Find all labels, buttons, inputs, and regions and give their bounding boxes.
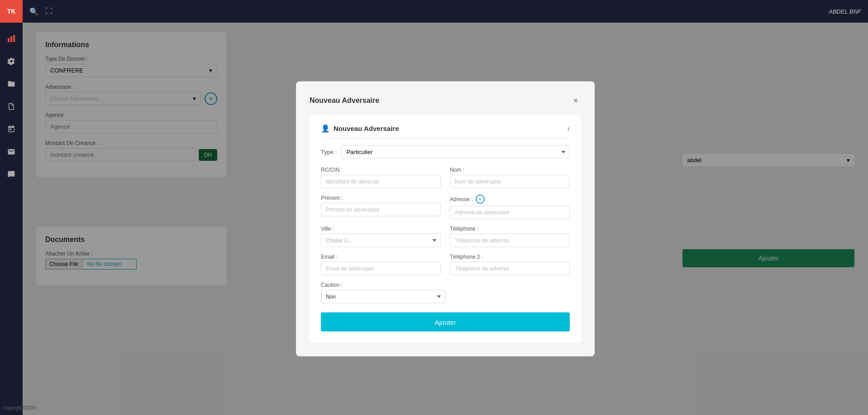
expand-icon[interactable]: ⛶ [45,7,52,15]
adresse-input[interactable] [450,206,570,219]
modal-inner-title-text: Nouveau Adversaire [334,125,399,132]
telephone-input[interactable] [450,234,570,247]
ville-field: Ville : Choisir U... [321,226,441,247]
app-logo: TK [0,0,23,23]
caution-section: Caution : Non Oui [321,282,570,304]
topbar: 🔍 ⛶ ABDEL BNF [23,0,868,23]
prenom-field: Prénom : [321,195,441,219]
form-grid: RC/CIN : Nom : Prénom : Adresse : [321,167,570,275]
email-label: Email : [321,254,441,260]
type-label: Type : [321,149,337,155]
type-row: Type : Particulier Société [321,145,570,159]
modal-back-button[interactable]: ‹ [568,124,570,132]
sidebar-item-folder[interactable] [2,75,20,93]
modal-close-button[interactable]: × [570,95,581,106]
telephone-label: Téléphone : [450,226,570,232]
caution-select-wrap: Non Oui [321,290,445,304]
telephone-field: Téléphone : [450,226,570,247]
svg-rect-1 [10,36,12,42]
sidebar-item-file[interactable] [2,97,20,116]
rc-cin-label: RC/CIN : [321,167,441,173]
type-select[interactable]: Particulier Société [341,145,570,159]
prenom-input[interactable] [321,203,441,217]
modal-inner-header: 👤 Nouveau Adversaire ‹ [321,124,570,139]
telephone2-field: Téléphone 2 : [450,254,570,275]
search-icon[interactable]: 🔍 [29,7,38,16]
adresse-add-button[interactable]: + [476,195,485,204]
user-name: ABDEL BNF [829,8,861,15]
ville-label: Ville : [321,226,441,232]
ville-select[interactable]: Choisir U... [321,234,441,247]
modal-outer: Nouveau Adversaire × 👤 Nouveau Adversair… [296,82,595,357]
svg-rect-0 [8,38,10,42]
rc-cin-input[interactable] [321,175,441,188]
nom-input[interactable] [450,175,570,188]
sidebar: TK Copyright ©2024. [0,0,23,415]
email-input[interactable] [321,262,441,275]
prenom-label: Prénom : [321,195,441,201]
sidebar-item-chat[interactable] [2,165,20,183]
adresse-label-row: Adresse : + [450,195,570,204]
sidebar-item-gear[interactable] [2,52,20,70]
adresse-field: Adresse : + [450,195,570,219]
sidebar-item-calendar[interactable] [2,120,20,138]
nom-label: Nom : [450,167,570,173]
ville-select-wrap: Choisir U... [321,234,441,247]
modal-outer-header: Nouveau Adversaire × [310,95,581,106]
main-content: Informations Type De Dossier : CONFRERE … [23,23,868,415]
telephone2-input[interactable] [450,262,570,275]
telephone2-label: Téléphone 2 : [450,254,570,260]
caution-select[interactable]: Non Oui [321,290,445,304]
caution-label: Caution : [321,282,570,288]
nom-field: Nom : [450,167,570,188]
rc-cin-field: RC/CIN : [321,167,441,188]
email-field: Email : [321,254,441,275]
sidebar-item-mail[interactable] [2,143,20,161]
person-icon: 👤 [321,124,330,133]
sidebar-item-barchart[interactable] [2,29,20,48]
adresse-label: Adresse : [450,196,473,203]
modal-outer-title: Nouveau Adversaire [310,97,379,105]
topbar-icons: 🔍 ⛶ [29,7,52,16]
svg-rect-2 [13,35,15,42]
modal-ajouter-button[interactable]: Ajouter [321,313,570,332]
modal-inner-title: 👤 Nouveau Adversaire [321,124,399,133]
modal-inner: 👤 Nouveau Adversaire ‹ Type : Particulie… [310,115,581,343]
